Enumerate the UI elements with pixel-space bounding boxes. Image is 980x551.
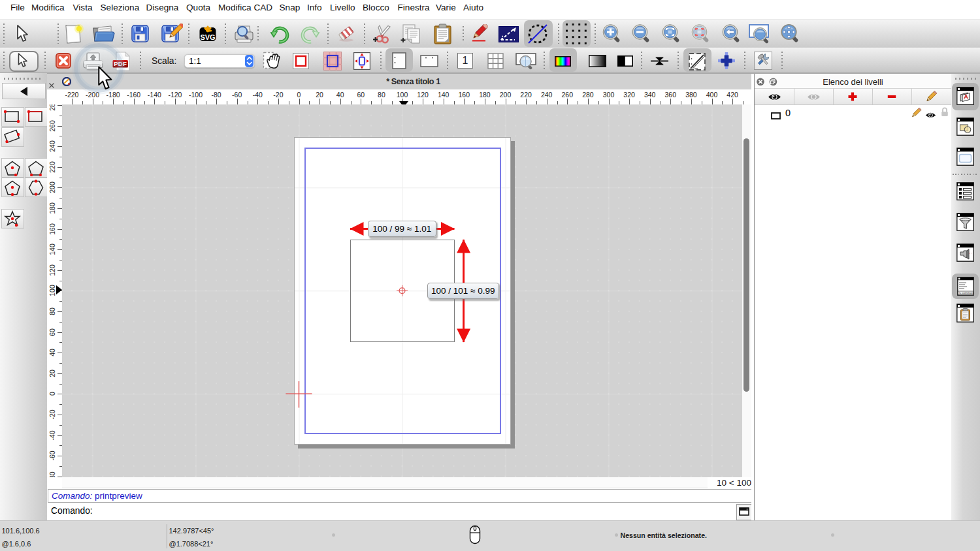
svg-text:C command: C command bbox=[959, 291, 974, 294]
svg-text:SVG: SVG bbox=[200, 33, 215, 41]
svg-text:PDF: PDF bbox=[114, 60, 127, 67]
